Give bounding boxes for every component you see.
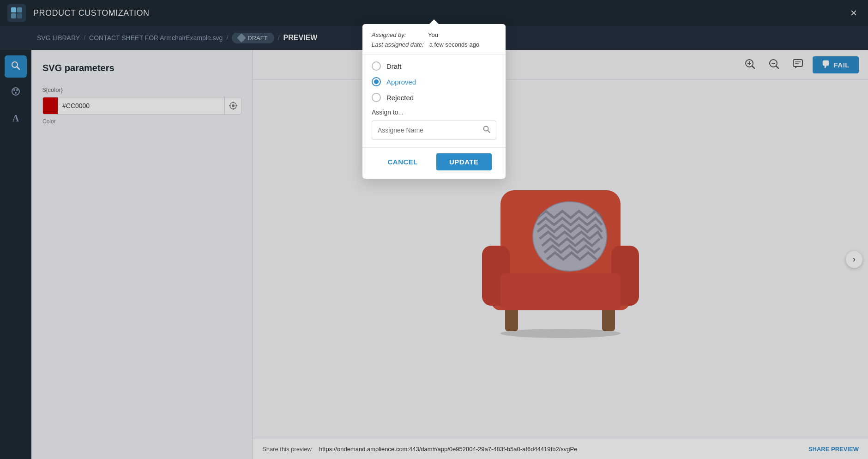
radio-rejected-circle bbox=[372, 93, 381, 102]
last-assigned-value: a few seconds ago bbox=[429, 41, 479, 48]
last-assigned-row: Last assigned date: a few seconds ago bbox=[372, 41, 496, 48]
assign-input-row bbox=[372, 121, 496, 140]
assignee-search-button[interactable] bbox=[477, 121, 496, 139]
update-button[interactable]: UPDATE bbox=[436, 153, 492, 170]
last-assigned-label: Last assigned date: bbox=[372, 41, 424, 48]
radio-approved-label: Approved bbox=[386, 78, 416, 86]
radio-rejected-label: Rejected bbox=[386, 94, 414, 102]
modal-overlay: Assigned by: You Last assigned date: a f… bbox=[0, 0, 868, 459]
radio-rejected[interactable]: Rejected bbox=[372, 93, 496, 102]
svg-line-37 bbox=[488, 131, 490, 133]
radio-approved-circle bbox=[372, 77, 381, 86]
radio-draft-label: Draft bbox=[386, 62, 402, 70]
cancel-button[interactable]: CANCEL bbox=[376, 154, 429, 169]
assignee-input[interactable] bbox=[372, 122, 477, 139]
status-dropdown: Assigned by: You Last assigned date: a f… bbox=[362, 24, 506, 179]
assign-label: Assign to... bbox=[372, 109, 496, 116]
radio-draft-circle bbox=[372, 61, 381, 71]
search-icon bbox=[483, 126, 490, 135]
assigned-by-value: You bbox=[428, 31, 438, 38]
dropdown-options: Draft Approved Rejected bbox=[362, 55, 506, 109]
radio-approved-inner bbox=[374, 79, 379, 84]
radio-approved[interactable]: Approved bbox=[372, 77, 496, 86]
assigned-by-row: Assigned by: You bbox=[372, 31, 496, 38]
dropdown-info: Assigned by: You Last assigned date: a f… bbox=[362, 24, 506, 55]
dropdown-actions: CANCEL UPDATE bbox=[362, 147, 506, 179]
assigned-by-label: Assigned by: bbox=[372, 31, 422, 38]
assign-section: Assign to... bbox=[362, 109, 506, 147]
radio-draft[interactable]: Draft bbox=[372, 61, 496, 71]
